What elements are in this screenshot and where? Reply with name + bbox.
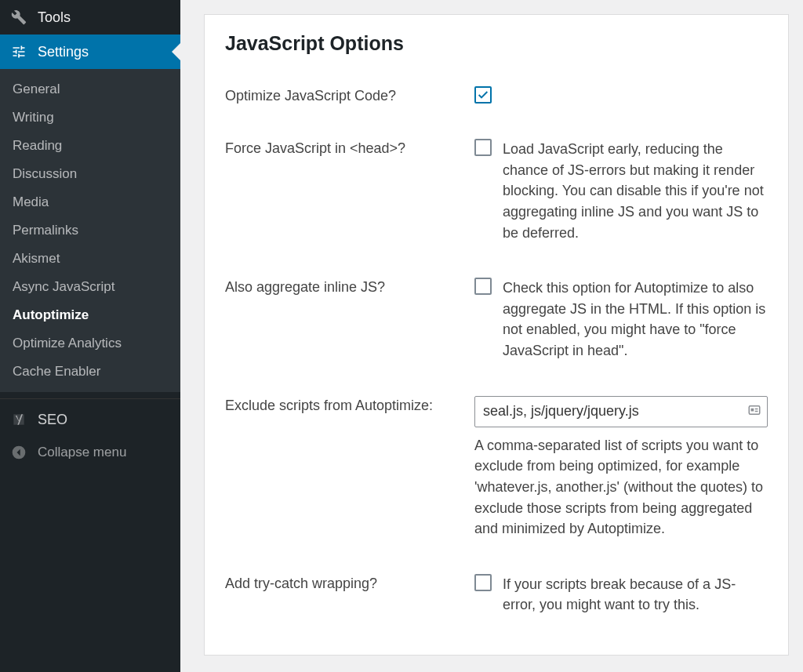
sub-item-optimize-analytics[interactable]: Optimize Analytics [0, 329, 180, 358]
menu-item-settings-label: Settings [38, 44, 89, 60]
menu-item-seo-label: SEO [38, 412, 67, 428]
label-trycatch: Add try-catch wrapping? [225, 574, 474, 616]
desc-trycatch: If your scripts break because of a JS-er… [503, 574, 768, 616]
sub-item-permalinks[interactable]: Permalinks [0, 216, 180, 245]
svg-rect-1 [749, 405, 760, 414]
row-force-head: Force JavaScript in <head>? Load JavaScr… [225, 139, 768, 243]
checkbox-force-head[interactable] [474, 139, 492, 156]
desc-force-head: Load JavaScript early, reducing the chan… [503, 139, 768, 243]
main-content: JavaScript Options Optimize JavaScript C… [180, 0, 803, 672]
settings-submenu: General Writing Reading Discussion Media… [0, 69, 180, 392]
sub-item-writing[interactable]: Writing [0, 104, 180, 132]
sub-item-autoptimize[interactable]: Autoptimize [0, 301, 180, 329]
row-optimize: Optimize JavaScript Code? [225, 86, 768, 104]
label-force-head: Force JavaScript in <head>? [225, 139, 474, 243]
exclude-scripts-input[interactable] [474, 396, 768, 427]
admin-sidebar: Tools Settings General Writing Reading D… [0, 0, 180, 672]
label-optimize: Optimize JavaScript Code? [225, 86, 474, 104]
svg-rect-2 [751, 408, 754, 411]
panel-title: JavaScript Options [225, 32, 768, 55]
menu-item-tools-label: Tools [38, 9, 71, 26]
collapse-menu-label: Collapse menu [38, 445, 126, 460]
sub-item-reading[interactable]: Reading [0, 132, 180, 160]
wrench-icon [9, 8, 28, 27]
sub-item-media[interactable]: Media [0, 188, 180, 216]
desc-exclude: A comma-separated list of scripts you wa… [474, 435, 768, 539]
collapse-menu-button[interactable]: Collapse menu [0, 435, 180, 470]
sliders-icon [9, 42, 28, 61]
js-options-panel: JavaScript Options Optimize JavaScript C… [204, 14, 789, 656]
menu-item-seo[interactable]: SEO [0, 398, 180, 435]
label-inline: Also aggregate inline JS? [225, 278, 474, 361]
label-exclude: Exclude scripts from Autoptimize: [225, 396, 474, 539]
sub-item-discussion[interactable]: Discussion [0, 160, 180, 188]
sub-item-general[interactable]: General [0, 75, 180, 104]
checkbox-optimize-js[interactable] [474, 86, 492, 104]
row-trycatch: Add try-catch wrapping? If your scripts … [225, 574, 768, 616]
row-exclude: Exclude scripts from Autoptimize: A comm… [225, 396, 768, 539]
row-inline: Also aggregate inline JS? Check this opt… [225, 278, 768, 361]
id-card-icon [747, 403, 761, 420]
sub-item-akismet[interactable]: Akismet [0, 245, 180, 273]
checkbox-trycatch[interactable] [474, 574, 492, 591]
checkbox-inline-js[interactable] [474, 278, 492, 295]
chevron-left-circle-icon [9, 443, 28, 462]
menu-item-settings[interactable]: Settings [0, 35, 180, 69]
desc-inline: Check this option for Autoptimize to als… [503, 278, 768, 361]
sub-item-cache-enabler[interactable]: Cache Enabler [0, 358, 180, 386]
menu-item-tools[interactable]: Tools [0, 0, 180, 35]
sub-item-async-js[interactable]: Async JavaScript [0, 273, 180, 301]
yoast-icon [9, 410, 28, 429]
